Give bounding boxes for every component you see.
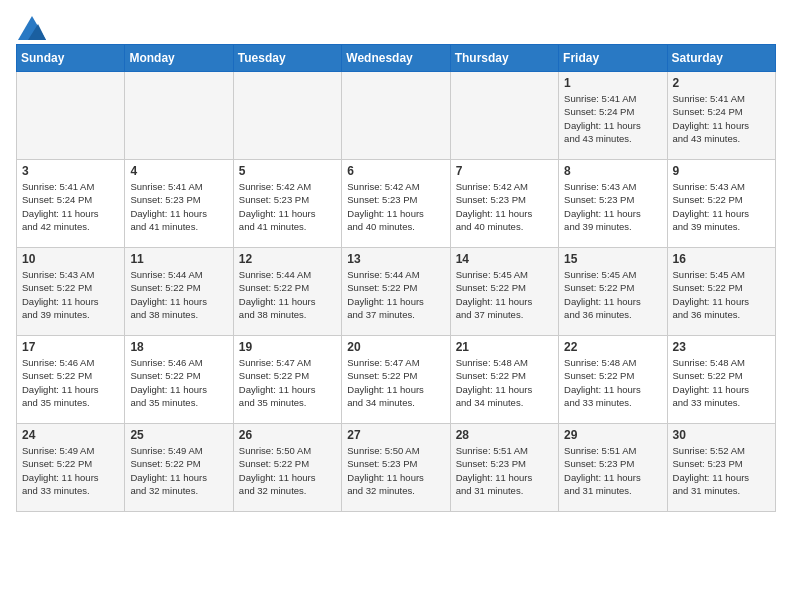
calendar-cell <box>342 72 450 160</box>
day-info: Sunrise: 5:52 AM Sunset: 5:23 PM Dayligh… <box>673 444 770 497</box>
column-header-monday: Monday <box>125 45 233 72</box>
day-number: 16 <box>673 252 770 266</box>
calendar-cell: 13Sunrise: 5:44 AM Sunset: 5:22 PM Dayli… <box>342 248 450 336</box>
page-header <box>16 16 776 36</box>
day-number: 12 <box>239 252 336 266</box>
calendar-cell: 14Sunrise: 5:45 AM Sunset: 5:22 PM Dayli… <box>450 248 558 336</box>
day-info: Sunrise: 5:45 AM Sunset: 5:22 PM Dayligh… <box>564 268 661 321</box>
day-number: 28 <box>456 428 553 442</box>
calendar-cell: 26Sunrise: 5:50 AM Sunset: 5:22 PM Dayli… <box>233 424 341 512</box>
calendar-cell: 28Sunrise: 5:51 AM Sunset: 5:23 PM Dayli… <box>450 424 558 512</box>
day-info: Sunrise: 5:50 AM Sunset: 5:23 PM Dayligh… <box>347 444 444 497</box>
day-info: Sunrise: 5:41 AM Sunset: 5:24 PM Dayligh… <box>22 180 119 233</box>
day-number: 8 <box>564 164 661 178</box>
day-number: 30 <box>673 428 770 442</box>
day-info: Sunrise: 5:48 AM Sunset: 5:22 PM Dayligh… <box>673 356 770 409</box>
day-number: 22 <box>564 340 661 354</box>
day-info: Sunrise: 5:49 AM Sunset: 5:22 PM Dayligh… <box>130 444 227 497</box>
day-number: 10 <box>22 252 119 266</box>
day-number: 15 <box>564 252 661 266</box>
day-info: Sunrise: 5:45 AM Sunset: 5:22 PM Dayligh… <box>673 268 770 321</box>
calendar-cell: 19Sunrise: 5:47 AM Sunset: 5:22 PM Dayli… <box>233 336 341 424</box>
day-number: 4 <box>130 164 227 178</box>
day-info: Sunrise: 5:51 AM Sunset: 5:23 PM Dayligh… <box>456 444 553 497</box>
calendar-cell: 3Sunrise: 5:41 AM Sunset: 5:24 PM Daylig… <box>17 160 125 248</box>
day-info: Sunrise: 5:42 AM Sunset: 5:23 PM Dayligh… <box>239 180 336 233</box>
calendar-cell: 20Sunrise: 5:47 AM Sunset: 5:22 PM Dayli… <box>342 336 450 424</box>
calendar-cell <box>125 72 233 160</box>
day-info: Sunrise: 5:43 AM Sunset: 5:23 PM Dayligh… <box>564 180 661 233</box>
day-info: Sunrise: 5:51 AM Sunset: 5:23 PM Dayligh… <box>564 444 661 497</box>
day-number: 21 <box>456 340 553 354</box>
day-number: 13 <box>347 252 444 266</box>
week-row-5: 24Sunrise: 5:49 AM Sunset: 5:22 PM Dayli… <box>17 424 776 512</box>
day-info: Sunrise: 5:46 AM Sunset: 5:22 PM Dayligh… <box>22 356 119 409</box>
calendar-cell: 16Sunrise: 5:45 AM Sunset: 5:22 PM Dayli… <box>667 248 775 336</box>
calendar-cell: 22Sunrise: 5:48 AM Sunset: 5:22 PM Dayli… <box>559 336 667 424</box>
day-info: Sunrise: 5:48 AM Sunset: 5:22 PM Dayligh… <box>564 356 661 409</box>
calendar-cell: 17Sunrise: 5:46 AM Sunset: 5:22 PM Dayli… <box>17 336 125 424</box>
logo <box>16 16 46 36</box>
column-header-saturday: Saturday <box>667 45 775 72</box>
calendar-cell: 29Sunrise: 5:51 AM Sunset: 5:23 PM Dayli… <box>559 424 667 512</box>
day-info: Sunrise: 5:45 AM Sunset: 5:22 PM Dayligh… <box>456 268 553 321</box>
calendar-cell: 30Sunrise: 5:52 AM Sunset: 5:23 PM Dayli… <box>667 424 775 512</box>
calendar-cell: 8Sunrise: 5:43 AM Sunset: 5:23 PM Daylig… <box>559 160 667 248</box>
calendar-cell: 24Sunrise: 5:49 AM Sunset: 5:22 PM Dayli… <box>17 424 125 512</box>
calendar-cell: 23Sunrise: 5:48 AM Sunset: 5:22 PM Dayli… <box>667 336 775 424</box>
day-number: 20 <box>347 340 444 354</box>
day-info: Sunrise: 5:42 AM Sunset: 5:23 PM Dayligh… <box>456 180 553 233</box>
logo-icon <box>18 16 46 40</box>
day-info: Sunrise: 5:44 AM Sunset: 5:22 PM Dayligh… <box>347 268 444 321</box>
day-info: Sunrise: 5:41 AM Sunset: 5:24 PM Dayligh… <box>564 92 661 145</box>
column-header-sunday: Sunday <box>17 45 125 72</box>
calendar-cell <box>450 72 558 160</box>
day-number: 9 <box>673 164 770 178</box>
calendar-cell: 18Sunrise: 5:46 AM Sunset: 5:22 PM Dayli… <box>125 336 233 424</box>
day-number: 29 <box>564 428 661 442</box>
calendar-cell: 4Sunrise: 5:41 AM Sunset: 5:23 PM Daylig… <box>125 160 233 248</box>
calendar-cell: 25Sunrise: 5:49 AM Sunset: 5:22 PM Dayli… <box>125 424 233 512</box>
day-info: Sunrise: 5:41 AM Sunset: 5:24 PM Dayligh… <box>673 92 770 145</box>
column-header-tuesday: Tuesday <box>233 45 341 72</box>
day-info: Sunrise: 5:42 AM Sunset: 5:23 PM Dayligh… <box>347 180 444 233</box>
calendar-cell <box>17 72 125 160</box>
week-row-1: 1Sunrise: 5:41 AM Sunset: 5:24 PM Daylig… <box>17 72 776 160</box>
calendar-header-row: SundayMondayTuesdayWednesdayThursdayFrid… <box>17 45 776 72</box>
day-number: 26 <box>239 428 336 442</box>
calendar-cell: 9Sunrise: 5:43 AM Sunset: 5:22 PM Daylig… <box>667 160 775 248</box>
day-number: 23 <box>673 340 770 354</box>
day-number: 25 <box>130 428 227 442</box>
calendar-cell: 2Sunrise: 5:41 AM Sunset: 5:24 PM Daylig… <box>667 72 775 160</box>
calendar-cell: 21Sunrise: 5:48 AM Sunset: 5:22 PM Dayli… <box>450 336 558 424</box>
day-info: Sunrise: 5:46 AM Sunset: 5:22 PM Dayligh… <box>130 356 227 409</box>
calendar-table: SundayMondayTuesdayWednesdayThursdayFrid… <box>16 44 776 512</box>
day-info: Sunrise: 5:43 AM Sunset: 5:22 PM Dayligh… <box>673 180 770 233</box>
day-info: Sunrise: 5:47 AM Sunset: 5:22 PM Dayligh… <box>239 356 336 409</box>
column-header-friday: Friday <box>559 45 667 72</box>
day-info: Sunrise: 5:48 AM Sunset: 5:22 PM Dayligh… <box>456 356 553 409</box>
day-info: Sunrise: 5:44 AM Sunset: 5:22 PM Dayligh… <box>239 268 336 321</box>
calendar-cell: 7Sunrise: 5:42 AM Sunset: 5:23 PM Daylig… <box>450 160 558 248</box>
day-number: 2 <box>673 76 770 90</box>
calendar-cell <box>233 72 341 160</box>
calendar-cell: 6Sunrise: 5:42 AM Sunset: 5:23 PM Daylig… <box>342 160 450 248</box>
day-info: Sunrise: 5:43 AM Sunset: 5:22 PM Dayligh… <box>22 268 119 321</box>
day-info: Sunrise: 5:47 AM Sunset: 5:22 PM Dayligh… <box>347 356 444 409</box>
calendar-cell: 12Sunrise: 5:44 AM Sunset: 5:22 PM Dayli… <box>233 248 341 336</box>
column-header-thursday: Thursday <box>450 45 558 72</box>
week-row-3: 10Sunrise: 5:43 AM Sunset: 5:22 PM Dayli… <box>17 248 776 336</box>
day-number: 7 <box>456 164 553 178</box>
calendar-cell: 10Sunrise: 5:43 AM Sunset: 5:22 PM Dayli… <box>17 248 125 336</box>
day-number: 19 <box>239 340 336 354</box>
day-info: Sunrise: 5:50 AM Sunset: 5:22 PM Dayligh… <box>239 444 336 497</box>
day-number: 17 <box>22 340 119 354</box>
calendar-cell: 15Sunrise: 5:45 AM Sunset: 5:22 PM Dayli… <box>559 248 667 336</box>
day-number: 14 <box>456 252 553 266</box>
day-number: 6 <box>347 164 444 178</box>
calendar-cell: 11Sunrise: 5:44 AM Sunset: 5:22 PM Dayli… <box>125 248 233 336</box>
week-row-2: 3Sunrise: 5:41 AM Sunset: 5:24 PM Daylig… <box>17 160 776 248</box>
day-info: Sunrise: 5:44 AM Sunset: 5:22 PM Dayligh… <box>130 268 227 321</box>
column-header-wednesday: Wednesday <box>342 45 450 72</box>
day-number: 1 <box>564 76 661 90</box>
